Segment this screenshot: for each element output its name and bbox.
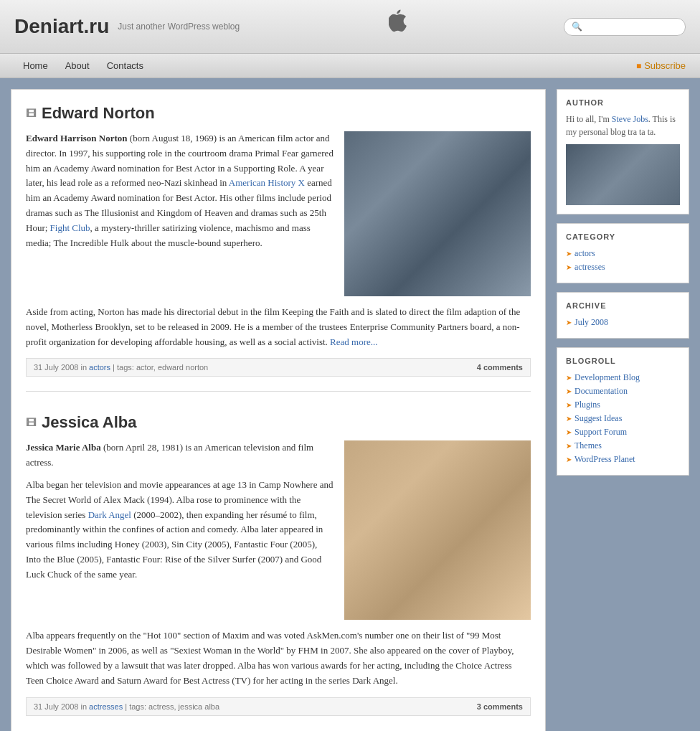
nav-about[interactable]: About: [57, 55, 98, 77]
search-bar[interactable]: 🔍: [564, 18, 686, 36]
archive-title: ARCHIVE: [566, 301, 680, 310]
nav-home[interactable]: Home: [14, 55, 57, 77]
arrow-icon: ➤: [566, 456, 572, 463]
list-item: ➤ Support Forum: [566, 425, 680, 439]
arrow-icon: ➤: [566, 415, 572, 423]
arrow-icon: ➤: [566, 442, 572, 450]
edward-intro-bold: Edward Harrison Norton: [26, 133, 128, 143]
jessica-meta-left: 31 July 2008 in actresses | tags: actres…: [34, 702, 219, 711]
post-content-wrap-edward: Edward Harrison Norton (born August 18, …: [26, 131, 531, 296]
header-left: Deniart.ru Just another WordPress weblog: [14, 15, 240, 38]
post-content-wrap-jessica: Jessica Marie Alba (born April 28, 1981)…: [26, 440, 531, 620]
category-actors-link[interactable]: actors: [574, 248, 595, 259]
rss-icon: ■: [636, 61, 641, 71]
edward-meta-left: 31 July 2008 in actors | tags: actor, ed…: [34, 363, 208, 372]
post-text-edward: Edward Harrison Norton (born August 18, …: [26, 131, 334, 296]
post-title-jessica: 🎞 Jessica Alba: [26, 413, 531, 432]
arrow-icon: ➤: [566, 401, 572, 409]
author-photo: [566, 144, 680, 205]
content-wrapper: 🎞 Edward Norton Edward Harrison Norton (…: [0, 78, 700, 731]
jessica-meta: 31 July 2008 in actresses | tags: actres…: [26, 697, 531, 716]
blogroll-docs-link[interactable]: Documentation: [574, 386, 628, 397]
jessica-comments: 3 comments: [477, 702, 523, 711]
list-item: ➤ WordPress Planet: [566, 453, 680, 466]
jessica-photo: [344, 440, 531, 620]
blogroll-widget: BLOGROLL ➤ Development Blog ➤ Documentat…: [557, 347, 689, 476]
category-widget: CATEGORY ➤ actors ➤ actresses: [557, 223, 689, 283]
blogroll-suggest-link[interactable]: Suggest Ideas: [574, 413, 622, 424]
apple-logo: [389, 9, 415, 45]
category-title: CATEGORY: [566, 232, 680, 241]
sidebar: AUTHOR Hi to all, I'm Steve Jobs. This i…: [557, 89, 689, 484]
post-title-edward: 🎞 Edward Norton: [26, 104, 531, 123]
arrow-icon: ➤: [566, 387, 572, 395]
category-actresses-link[interactable]: actresses: [574, 262, 605, 273]
edward-full-text: Aside from acting, Norton has made his d…: [26, 305, 531, 349]
edward-meta: 31 July 2008 in actors | tags: actor, ed…: [26, 358, 531, 377]
site-title: Deniart.ru: [14, 15, 109, 38]
nav-links: Home About Contacts: [14, 55, 152, 77]
post-edward-norton: 🎞 Edward Norton Edward Harrison Norton (…: [26, 104, 531, 392]
edward-photo: [344, 131, 531, 296]
nav-bar: Home About Contacts ■ Subscribe: [0, 54, 700, 78]
post-icon-jessica: 🎞: [26, 417, 36, 428]
edward-category-link[interactable]: actors: [89, 363, 110, 372]
search-input[interactable]: [587, 22, 678, 32]
site-tagline: Just another WordPress weblog: [118, 22, 240, 32]
author-text: Hi to all, I'm Steve Jobs. This is my pe…: [566, 113, 680, 138]
author-name: Steve Jobs: [612, 114, 648, 124]
list-item: ➤ Suggest Ideas: [566, 412, 680, 425]
edward-comments: 4 comments: [477, 363, 523, 372]
blogroll-support-link[interactable]: Support Forum: [574, 427, 627, 438]
edward-link-fc[interactable]: Fight Club: [50, 222, 90, 233]
author-title: AUTHOR: [566, 98, 680, 107]
search-icon: 🔍: [572, 22, 582, 32]
arrow-icon: ➤: [566, 428, 572, 436]
arrow-icon: ➤: [566, 319, 572, 326]
list-item: ➤ Themes: [566, 439, 680, 453]
archive-widget: ARCHIVE ➤ July 2008: [557, 292, 689, 339]
main-content: 🎞 Edward Norton Edward Harrison Norton (…: [11, 89, 546, 731]
site-header: Deniart.ru Just another WordPress weblog…: [0, 0, 700, 54]
post-icon-edward: 🎞: [26, 108, 36, 119]
jessica-full-text: Alba appears frequently on the "Hot 100"…: [26, 628, 531, 688]
list-item: ➤ Documentation: [566, 385, 680, 398]
blogroll-title: BLOGROLL: [566, 357, 680, 365]
post-jessica-alba: 🎞 Jessica Alba Jessica Marie Alba (born …: [26, 413, 531, 730]
edward-read-more[interactable]: Read more...: [330, 336, 377, 347]
jessica-intro-bold: Jessica Marie Alba: [26, 442, 101, 453]
blogroll-plugins-link[interactable]: Plugins: [574, 400, 600, 410]
list-item: ➤ actors: [566, 247, 680, 260]
blogroll-wpplanet-link[interactable]: WordPress Planet: [574, 454, 635, 465]
archive-july-link[interactable]: July 2008: [574, 317, 608, 328]
arrow-icon: ➤: [566, 250, 572, 258]
nav-contacts[interactable]: Contacts: [98, 55, 152, 77]
jessica-link-da[interactable]: Dark Angel: [88, 509, 131, 520]
blogroll-devblog-link[interactable]: Development Blog: [574, 372, 640, 383]
author-widget: AUTHOR Hi to all, I'm Steve Jobs. This i…: [557, 89, 689, 214]
arrow-icon: ➤: [566, 374, 572, 382]
jessica-category-link[interactable]: actresses: [89, 702, 123, 711]
blogroll-list: ➤ Development Blog ➤ Documentation ➤ Plu…: [566, 371, 680, 466]
category-list: ➤ actors ➤ actresses: [566, 247, 680, 274]
list-item: ➤ Development Blog: [566, 371, 680, 385]
archive-list: ➤ July 2008: [566, 316, 680, 329]
arrow-icon: ➤: [566, 263, 572, 271]
edward-link-ahx[interactable]: American History X: [229, 177, 305, 188]
subscribe-link[interactable]: ■ Subscribe: [636, 60, 686, 71]
blogroll-themes-link[interactable]: Themes: [574, 440, 602, 451]
subscribe-label: Subscribe: [644, 60, 686, 71]
list-item: ➤ Plugins: [566, 398, 680, 412]
post-text-jessica: Jessica Marie Alba (born April 28, 1981)…: [26, 440, 334, 620]
list-item: ➤ July 2008: [566, 316, 680, 329]
list-item: ➤ actresses: [566, 260, 680, 274]
